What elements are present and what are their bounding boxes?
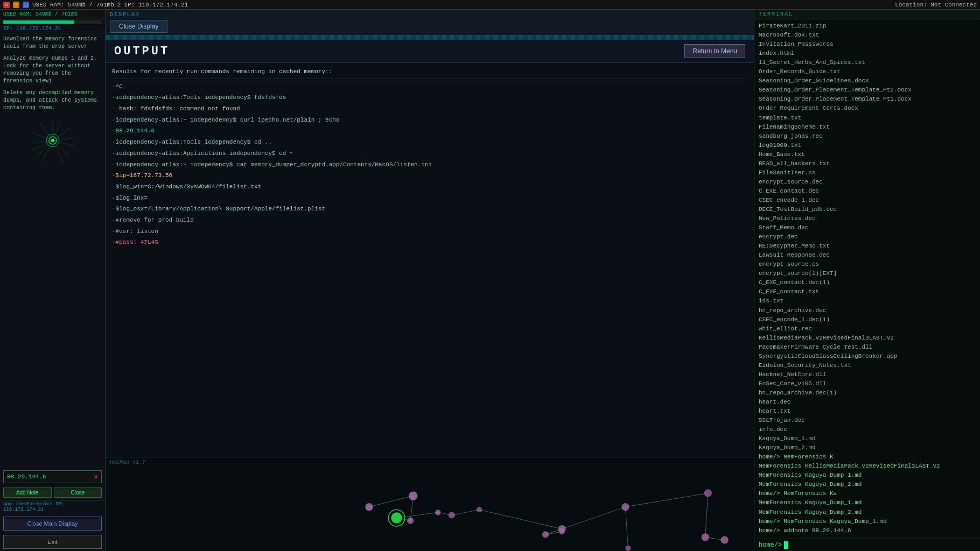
output-line-8: ·iodependency-atlas:~ iodepedency$ cat m…: [112, 159, 747, 171]
svg-point-45: [409, 491, 417, 500]
output-line-4: ·iodependency-atlas:~ iodependency$ curl…: [112, 115, 747, 126]
window-icon[interactable]: □: [23, 2, 29, 8]
add-note-button[interactable]: Add Note: [3, 488, 52, 498]
output-line-7: ·iodependency-atlas:Applications iodepen…: [112, 148, 747, 159]
terminal-cmd-6: MemForensics Kaguya_Dump_2.md: [759, 508, 976, 517]
terminal-cmd-3: MemForensics Kaguya_Dump_2.md: [759, 480, 976, 489]
top-bar: ✕ − □ USED RAM: 549mb / 761mb 2 IP: 119.…: [0, 0, 980, 10]
terminal-file-20: CSEC_encode_1.dec: [759, 196, 976, 205]
terminal-file-2: Macrosoft_dox.txt: [759, 31, 976, 40]
ram-info-label: USED RAM: 549mb / 761mb: [3, 11, 78, 17]
svg-line-2: [53, 140, 74, 146]
terminal-file-41: hn_repo_archive.dec(1): [759, 388, 976, 398]
terminal-file-22: New_Policies.dec: [759, 214, 976, 223]
svg-line-16: [369, 496, 413, 507]
ip-label: IP: 119.172.174.21: [124, 2, 188, 8]
terminal-cursor: [784, 541, 788, 549]
terminal-file-28: encrypt_source(1)[EXT]: [759, 269, 976, 278]
terminal-cmd-4: home/> MemForensics Ka: [759, 489, 976, 498]
svg-point-30: [365, 503, 373, 511]
svg-point-31: [407, 518, 414, 524]
terminal-file-39: Hacknet_NetCore.dll: [759, 370, 976, 379]
svg-line-21: [452, 510, 479, 515]
output-line-14: ·#usr: listen: [112, 226, 747, 237]
ip-badge: 88.29.144.6 ✕: [3, 470, 102, 483]
terminal-file-45: info.dec: [759, 425, 976, 434]
output-line-2: ·iodependency-atlas:Tools iodependency$ …: [112, 92, 747, 103]
terminal-file-25: RE:Decypher_Memo.txt: [759, 242, 976, 251]
svg-point-44: [625, 546, 631, 551]
terminal-file-40: EnSec_Core_v105.dll: [759, 379, 976, 388]
svg-line-24: [625, 493, 708, 507]
svg-point-33: [391, 512, 402, 523]
terminal-input-row: home/>: [754, 539, 980, 551]
terminal-file-7: Seasoning_Order_Guidelines.docx: [759, 76, 976, 86]
svg-point-40: [559, 529, 565, 534]
netmap-svg: [106, 457, 754, 551]
ram-count: 2: [117, 2, 121, 8]
output-panel: OUTPUT Return to Menu Results for recent…: [106, 40, 754, 457]
output-line-5: ·88.29.144.6: [112, 125, 747, 137]
output-line-3: --bash: fdsfdsfds: command not found: [112, 103, 747, 115]
ram-bar-container: [3, 20, 102, 24]
terminal-file-37: SynergysticCloudGlassCeilingBreaker.app: [759, 352, 976, 361]
terminal-file-23: Staff_Memo.dec: [759, 223, 976, 232]
terminal-file-12: FileNamingScheme.txt: [759, 123, 976, 132]
left-panel: USED RAM: 549mb / 761mb IP: 119.172.174.…: [0, 10, 106, 551]
right-panel: TERMINAL admissionletter.docxPirateKart_…: [754, 10, 980, 551]
close-button[interactable]: Close: [54, 488, 102, 498]
terminal-file-29: C_EXE_contact.dec(1): [759, 278, 976, 287]
message-1: Download the memory forensics tools from…: [3, 36, 102, 51]
ip-badge-close-icon[interactable]: ✕: [94, 472, 98, 481]
svg-point-34: [435, 510, 440, 515]
terminal-file-9: Seasoning_Order_Placement_Template_Pt1.d…: [759, 95, 976, 104]
output-line-11: ·$log_lnx=: [112, 193, 747, 204]
terminal-cmd-7: home/> MemForensics Kaguya_Dump_1.md: [759, 517, 976, 526]
terminal-file-32: hn_repo_archive.dec: [759, 306, 976, 315]
svg-point-36: [477, 507, 482, 512]
terminal-file-47: Kaguya_Dump_2.md: [759, 443, 976, 453]
terminal-file-24: encrypt.dec: [759, 232, 976, 242]
terminal-file-6: Order_Records_Guide.txt: [759, 67, 976, 76]
terminal-prompt: home/>: [759, 541, 782, 549]
display-header: DISPLAY Close Display: [106, 10, 754, 36]
terminal-content[interactable]: admissionletter.docxPirateKart_2011.zipM…: [754, 19, 980, 539]
terminal-file-13: sandburg_jonas.rec: [759, 132, 976, 141]
left-messages: Download the memory forensics tools from…: [0, 33, 105, 468]
main-layout: USED RAM: 549mb / 761mb IP: 119.172.174.…: [0, 10, 980, 551]
terminal-file-3: Invitation_Passswords: [759, 40, 976, 49]
svg-line-27: [625, 507, 628, 548]
svg-line-23: [562, 507, 626, 529]
output-line-13: ·#remove for prod build: [112, 215, 747, 226]
close-display-button[interactable]: Close Display: [110, 20, 167, 33]
svg-line-28: [705, 493, 708, 538]
terminal-file-33: CSEC_encode_1.dec(1): [759, 315, 976, 324]
ram-info: USED RAM: 549mb / 761mb: [0, 10, 105, 19]
close-icon[interactable]: ✕: [3, 2, 10, 8]
svg-point-39: [542, 531, 549, 538]
terminal-file-36: PacemakerFirmware_Cycle_Test.dll: [759, 343, 976, 352]
terminal-file-43: heart.txt: [759, 407, 976, 416]
svg-point-35: [449, 512, 455, 518]
return-menu-button[interactable]: Return to Menu: [684, 44, 745, 58]
exit-button[interactable]: Exit: [3, 535, 102, 549]
netmap-panel: netMap v1.7: [106, 457, 754, 551]
output-content[interactable]: Results for recently run commands remain…: [106, 63, 754, 457]
ram-bar: [3, 20, 74, 24]
app-info-label: app::memForensics IP: 119.172.174.21: [0, 500, 105, 514]
terminal-file-16: READ_all_hackers.txt: [759, 159, 976, 168]
terminal-file-8: Seasoning_Order_Placement_Template_Pt2.d…: [759, 86, 976, 95]
close-main-display-button[interactable]: Close Main Display: [3, 517, 102, 531]
pixel-decoration: [106, 36, 754, 40]
ip-badge-value: 88.29.144.6: [7, 474, 46, 480]
message-2: Analyze memory dumps 1 and 2. Look for t…: [3, 55, 102, 85]
output-line-15: ·#pass: 4TL4S: [112, 237, 747, 248]
terminal-file-14: log01009.txt: [759, 141, 976, 150]
output-line-9: ·$ip=167.72.73.56: [112, 170, 747, 181]
display-label: DISPLAY: [110, 12, 750, 18]
terminal-file-19: C_EXE_contact.dec: [759, 187, 976, 196]
terminal-header: TERMINAL: [754, 10, 980, 19]
minimize-icon[interactable]: −: [13, 2, 19, 8]
output-line-6: ·iodependency-atlas:Tools iodependency$ …: [112, 137, 747, 148]
center-area: DISPLAY Close Display OUTPUT Return to M…: [106, 10, 754, 551]
